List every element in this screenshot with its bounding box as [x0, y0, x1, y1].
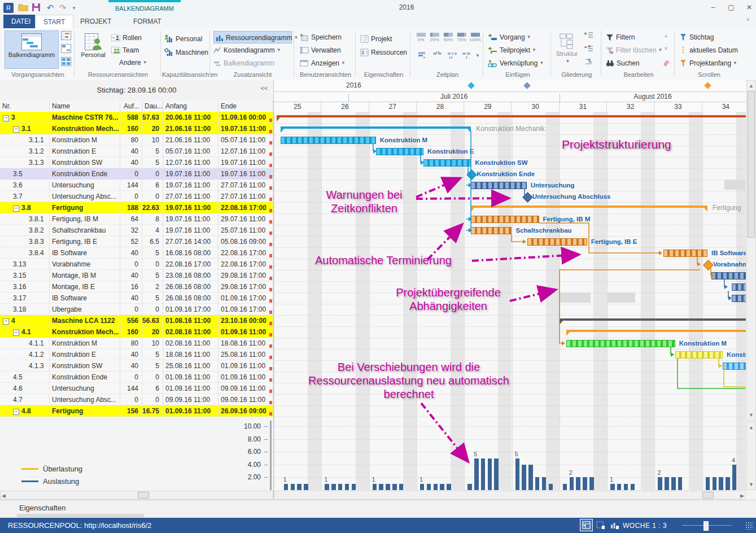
maschinen-kapazitaet-button[interactable]: Maschinen — [164, 46, 208, 58]
gantt-summary-bar[interactable] — [560, 318, 746, 321]
minimize-button[interactable]: – — [706, 2, 720, 12]
gantt-vscrollbar[interactable]: ▲ ▼ — [746, 80, 756, 421]
table-row[interactable]: –4Maschine LCA 112255656.6301.08.16 11:0… — [0, 315, 273, 326]
properties-tab[interactable]: Eigenschaften — [19, 504, 65, 512]
table-row[interactable]: 3.1.3Konstruktion SW40512.07.16 11:0019.… — [0, 157, 273, 168]
stichtag-button[interactable]: Stichtag — [679, 31, 714, 42]
triangle-up-icon[interactable]: ▲ — [663, 33, 668, 38]
speichern-button[interactable]: Speichern — [300, 31, 342, 42]
gantt-milestone[interactable] — [467, 169, 477, 180]
timeline-week-label[interactable]: 34 — [702, 102, 750, 112]
tab-format[interactable]: FORMAT — [125, 15, 169, 28]
gantt-bar[interactable] — [376, 148, 423, 155]
split-task-4-icon[interactable] — [460, 50, 474, 62]
view-mode-3-button[interactable] — [609, 519, 620, 531]
gantt-bar[interactable] — [471, 216, 539, 223]
scroll-up-icon[interactable]: ▲ — [749, 423, 754, 431]
gantt-summary-bar[interactable] — [277, 115, 746, 117]
gantt-hscrollbar[interactable]: ▶ — [274, 491, 746, 500]
scroll-right-icon[interactable]: ▶ — [740, 492, 744, 500]
personal-kapazitaet-button[interactable]: Personal — [164, 33, 202, 44]
eraser-icon[interactable] — [661, 58, 670, 68]
verwalten-button[interactable]: Verwalten — [300, 44, 341, 55]
gantt-summary-bar[interactable] — [281, 126, 471, 129]
verknuepfung-button[interactable]: Verknüpfung▼ — [488, 57, 544, 68]
indent-remove-icon[interactable]: ▼ — [582, 44, 595, 56]
gantt-bar[interactable] — [471, 182, 526, 189]
andere-button[interactable]: Andere▼ — [119, 56, 147, 68]
collapse-box[interactable]: – — [3, 115, 9, 121]
scroll-left-icon[interactable]: ◀ — [2, 492, 6, 500]
table-row[interactable]: –3Maschine CSTR 76...58857.6320.06.16 11… — [0, 112, 273, 123]
gantt-bar[interactable] — [423, 159, 471, 167]
filtern-button[interactable]: Filtern — [606, 31, 635, 42]
progress-50pct-button[interactable]: 50% — [442, 32, 455, 46]
gantt-bar[interactable] — [281, 137, 376, 144]
table-row[interactable]: –3.1Konstruktion Mech...1602021.06.16 11… — [0, 123, 273, 134]
save-icon[interactable] — [32, 3, 42, 13]
table-row[interactable]: 3.8.4IB Software40516.08.16 08:0022.08.1… — [0, 247, 273, 259]
scroll-down-icon[interactable]: ▼ — [749, 411, 754, 419]
hscroll-thumb[interactable] — [702, 492, 714, 499]
col-ende[interactable]: Ende — [219, 101, 273, 112]
triangle-down-icon[interactable]: ▼ — [663, 46, 668, 51]
collapse-table-button[interactable]: << — [259, 85, 270, 95]
col-dauer[interactable]: Dau... — [142, 101, 163, 112]
balkendiagramm-view-button[interactable]: Balkendiagramm — [5, 30, 59, 69]
table-row[interactable]: 3.17IB Software40526.08.16 08:0001.09.16… — [0, 292, 273, 304]
timeline-week-label[interactable]: 29 — [464, 102, 512, 112]
app-icon[interactable]: R — [3, 3, 14, 13]
table-row[interactable]: –4.1Konstruktion Mech...1602002.08.16 11… — [0, 326, 273, 338]
close-button[interactable]: ✕ — [742, 2, 756, 12]
table-row[interactable]: –3.8Fertigung18822.6319.07.16 11:0022.08… — [0, 202, 273, 213]
undo-icon[interactable]: ↶ — [45, 3, 55, 13]
split-task-2-icon[interactable] — [431, 50, 444, 62]
progress-25pct-button[interactable]: 25% — [428, 32, 441, 46]
split-task-3-icon[interactable] — [445, 50, 459, 62]
scroll-up-icon[interactable]: ▲ — [749, 82, 754, 90]
hscroll-thumb[interactable] — [138, 492, 149, 499]
col-anfang[interactable]: Anfang — [163, 101, 219, 112]
kostendiagramm-button[interactable]: Kostendiagramm▼ — [213, 44, 281, 55]
suchen-button[interactable]: Suchen — [606, 57, 640, 68]
table-row[interactable]: 3.6Untersuchung144619.07.16 11:0027.07.1… — [0, 180, 273, 191]
table-row[interactable]: 3.7Untersuchung Absc...0027.07.16 11:002… — [0, 191, 273, 202]
progress-75pct-button[interactable]: 75% — [455, 32, 468, 46]
table-row[interactable]: 3.8.1Fertigung, IB M64819.07.16 11:0029.… — [0, 213, 273, 225]
table-row[interactable]: 3.8.3Fertigung, IB E526.527.07.16 14:000… — [0, 236, 273, 247]
view-mode-1-button[interactable] — [580, 519, 592, 531]
table-row[interactable]: 4.5Konstruktion Ende0001.09.16 11:0001.0… — [0, 372, 273, 383]
personal-view-button[interactable]: Personal — [77, 30, 109, 69]
view-variant-1-button[interactable] — [59, 30, 73, 43]
table-row[interactable]: 3.5Konstruktion Ende0019.07.16 11:0019.0… — [0, 168, 273, 180]
maximize-button[interactable]: ▢ — [724, 2, 738, 12]
ressourcen-button[interactable]: Ressourcen — [360, 46, 407, 58]
redo-icon[interactable]: ↷ — [58, 3, 68, 13]
table-row[interactable]: 4.7Untersuchung Absc...0009.09.16 11:000… — [0, 394, 273, 405]
tab-projekt[interactable]: PROJEKT — [72, 15, 119, 28]
table-row[interactable]: 3.16Montage, IB E16226.08.16 08:0029.08.… — [0, 281, 273, 292]
indent-add-icon[interactable]: ▼ — [582, 30, 595, 43]
gantt-summary-bar[interactable] — [566, 330, 746, 332]
collapse-box[interactable]: – — [13, 126, 19, 133]
table-row[interactable]: 4.1.2Konstruktion E40518.08.16 11:0025.0… — [0, 349, 273, 360]
zoom-slider-thumb[interactable] — [703, 521, 709, 531]
open-icon[interactable] — [18, 3, 28, 13]
chevron-down-icon[interactable]: ▼ — [475, 53, 480, 58]
progress-0pct-button[interactable]: 0% — [414, 32, 427, 46]
gantt-bar[interactable] — [711, 272, 746, 279]
timeline-week-label[interactable]: 27 — [369, 102, 417, 112]
timeline-week-label[interactable]: 26 — [321, 102, 369, 112]
col-name[interactable]: Name — [50, 101, 120, 112]
flow-arrow-icon[interactable] — [582, 58, 595, 70]
table-row[interactable]: 4.1.1Konstruktion M801002.08.16 11:0018.… — [0, 338, 273, 349]
gantt-summary-bar[interactable] — [471, 206, 707, 208]
timeline-week-label[interactable]: 30 — [512, 102, 560, 112]
histogram-vscrollbar[interactable]: ▲ ▼ — [746, 422, 756, 490]
collapse-box[interactable]: – — [3, 318, 9, 325]
table-hscrollbar[interactable]: ◀ — [0, 491, 273, 500]
gantt-bar[interactable] — [675, 351, 723, 359]
col-nr[interactable]: Nr. — [0, 101, 50, 112]
table-row[interactable]: 4.1.3Konstruktion SW40525.08.16 11:0001.… — [0, 360, 273, 372]
collapse-box[interactable]: – — [13, 330, 19, 336]
